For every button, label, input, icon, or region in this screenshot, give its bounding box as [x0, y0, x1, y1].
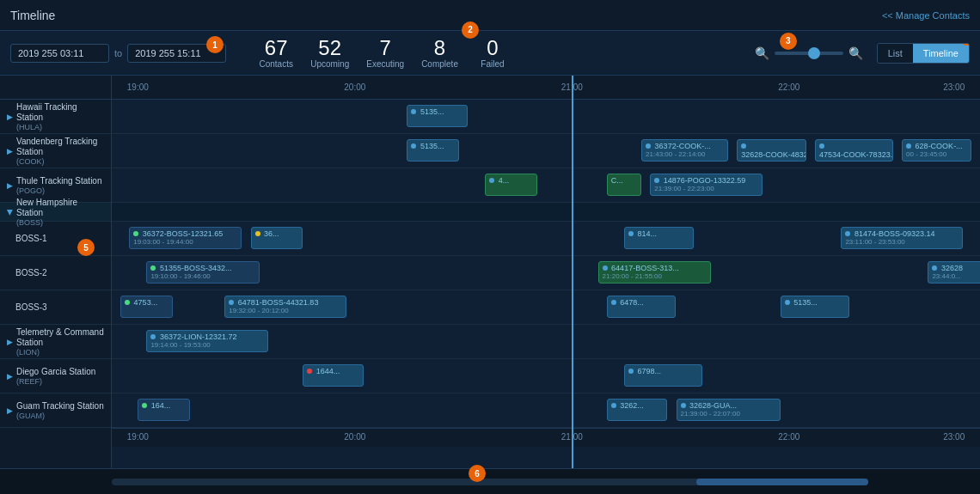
contact-id: 32628-COOK-48322.7... [741, 150, 806, 159]
contact-boss2-3[interactable]: 32628 23:44:0... [928, 261, 980, 284]
station-boss-group[interactable]: ▶ New Hampshire Station (BOSS) [0, 203, 111, 222]
time-label-2300: 23:00 [943, 82, 965, 92]
date-from-input[interactable] [10, 44, 109, 63]
list-view-button[interactable]: List [878, 44, 913, 63]
contact-id: 32628-GUA... [689, 401, 737, 410]
contact-cook-2[interactable]: 36372-COOK-... 21:43:00 - 22:14:00 [641, 139, 728, 162]
contact-id: 814... [637, 229, 657, 238]
view-toggle: 4 List Timeline [877, 43, 970, 64]
executing-count: 7 [380, 37, 391, 59]
bottom-time-axis: 19:00 20:00 21:00 22:00 23:00 [112, 428, 980, 447]
contact-id: 5135... [420, 107, 444, 116]
station-reef[interactable]: ▶ Diego Garcia Station (REEF) [0, 359, 111, 393]
expand-arrow-reef: ▶ [7, 372, 13, 381]
station-name-boss1: BOSS-1 [15, 234, 47, 244]
contact-id: 64417-BOSS-313... [611, 264, 679, 272]
station-boss1[interactable]: BOSS-1 [0, 222, 111, 256]
contact-guam-3[interactable]: 32628-GUA... 21:39:00 - 22:07:00 [677, 399, 781, 421]
upcoming-label: Upcoming [310, 59, 349, 69]
station-name-hula: Hawaii Tracking Station [16, 102, 104, 123]
contact-id: 36372-LION-12321.72 [160, 332, 237, 341]
contact-cook-5[interactable]: 628-COOK-... 00 - 23:45:00 [902, 139, 971, 162]
contact-boss3-4[interactable]: 5135... [781, 296, 850, 318]
zoom-controls: 3 🔍 🔍 [732, 45, 863, 62]
contact-guam-2[interactable]: 3262... [607, 399, 668, 421]
contact-boss3-3[interactable]: 6478... [607, 296, 677, 318]
contact-time: 21:39:00 - 22:23:00 [654, 185, 758, 192]
contact-cook-4[interactable]: 47534-COOK-78323... 22:48:00 - 23:26:00 [815, 139, 893, 162]
dot-icon [255, 231, 260, 236]
row-boss3: 4753... 64781-BOSS-44321.83 19:32:00 - 2… [112, 290, 980, 325]
bottom-time-2000: 20:00 [344, 432, 365, 442]
dot-icon [785, 300, 790, 305]
date-separator: to [114, 48, 122, 58]
contact-cook-1[interactable]: 5135... [407, 139, 459, 162]
contact-reef-1[interactable]: 1644... [303, 364, 364, 387]
station-name-boss3: BOSS-3 [15, 302, 47, 313]
contact-boss1-4[interactable]: 81474-BOSS-09323.14 23:11:00 - 23:53:00 [841, 227, 962, 249]
contact-boss3-1[interactable]: 4753... [120, 296, 173, 318]
dot-icon [489, 178, 494, 183]
station-col-header [0, 76, 111, 100]
contact-boss2-1[interactable]: 51355-BOSS-3432... 19:10:00 - 19:46:00 [146, 261, 259, 284]
contact-time: 22:13:00 - 22:5... [741, 159, 802, 162]
failed-count: 0 [487, 37, 498, 59]
contact-boss3-2[interactable]: 64781-BOSS-44321.83 19:32:00 - 20:12:00 [224, 296, 346, 318]
contact-boss1-1[interactable]: 36372-BOSS-12321.65 19:03:00 - 19:44:00 [129, 227, 242, 249]
dot-icon [741, 143, 746, 149]
contact-id: 5135... [420, 142, 444, 150]
manage-contacts-link[interactable]: << Manage Contacts [882, 10, 970, 21]
contact-id: C... [611, 176, 623, 185]
bottom-time-1900: 19:00 [127, 432, 149, 442]
dot-icon [307, 369, 312, 374]
dot-icon [906, 143, 911, 149]
contact-id: 81474-BOSS-09323.14 [854, 229, 935, 238]
contact-boss1-2[interactable]: 36... [251, 227, 303, 249]
station-boss3[interactable]: BOSS-3 [0, 290, 111, 325]
contact-id: 628-COOK-... [916, 142, 963, 150]
timeline-scrollbar[interactable] [112, 479, 868, 485]
contact-id: 36372-COOK-... [655, 142, 711, 150]
contact-time: 19:03:00 - 19:44:00 [133, 238, 237, 246]
contact-id: 32628 [941, 264, 963, 272]
expand-arrow-lion: ▶ [7, 338, 13, 346]
scrollbar-area: 6 [0, 468, 980, 494]
contact-boss2-2[interactable]: 64417-BOSS-313... 21:20:00 - 21:55:00 [598, 261, 711, 284]
station-guam[interactable]: ▶ Guam Tracking Station (GUAM) [0, 393, 111, 428]
contact-guam-1[interactable]: 164... [138, 399, 190, 421]
station-hula[interactable]: ▶ Hawaii Tracking Station (HULA) [0, 100, 111, 134]
station-name-reef: Diego Garcia Station [16, 367, 95, 377]
scrollbar-thumb[interactable] [696, 479, 868, 485]
row-boss-group [112, 203, 980, 222]
contact-boss1-3[interactable]: 814... [624, 227, 694, 249]
grid-area: 19:00 20:00 21:00 22:00 23:00 5135... [112, 76, 980, 468]
contact-hula-1[interactable]: 5135... [407, 105, 468, 127]
contact-time: 19:14:00 - 19:53:00 [150, 341, 263, 349]
toolbar: to 1 67 Contacts 52 Upcoming 7 Executing… [0, 31, 980, 76]
dot-icon [150, 265, 156, 271]
contact-pogo-2[interactable]: C... [607, 174, 641, 196]
station-name-boss2: BOSS-2 [15, 268, 47, 278]
station-cook[interactable]: ▶ Vandenberg Tracking Station (COOK) [0, 134, 111, 168]
date-to-input[interactable] [127, 44, 226, 63]
expand-arrow-cook: ▶ [7, 147, 13, 156]
contact-pogo-1[interactable]: 4... [485, 174, 537, 196]
station-boss2[interactable]: BOSS-2 [0, 256, 111, 290]
station-name-pogo: Thule Tracking Station [16, 176, 102, 186]
contact-pogo-3[interactable]: 14876-POGO-13322.59 21:39:00 - 22:23:00 [650, 174, 763, 196]
zoom-slider[interactable] [775, 52, 843, 55]
contact-cook-3[interactable]: 32628-COOK-48322.7... 22:13:00 - 22:5... [737, 139, 806, 162]
station-lion[interactable]: ▶ Telemetry & Command Station (LION) [0, 325, 111, 359]
expand-arrow-boss: ▶ [6, 209, 15, 215]
zoom-out-icon[interactable]: 🔍 [755, 46, 769, 60]
timeline-view-button[interactable]: Timeline [913, 44, 969, 63]
failed-label: Failed [481, 59, 504, 69]
station-name-cook: Vandenberg Tracking Station [16, 137, 104, 157]
row-reef: 1644... 6798... [112, 359, 980, 393]
contact-time: 22:48:00 - 23:26:00 [819, 159, 889, 162]
contact-id: 5135... [793, 298, 818, 307]
zoom-in-icon[interactable]: 🔍 [848, 46, 863, 60]
contact-lion-1[interactable]: 36372-LION-12321.72 19:14:00 - 19:53:00 [146, 330, 267, 352]
contact-reef-2[interactable]: 6798... [624, 364, 702, 387]
contact-time: 21:39:00 - 22:07:00 [681, 410, 776, 418]
